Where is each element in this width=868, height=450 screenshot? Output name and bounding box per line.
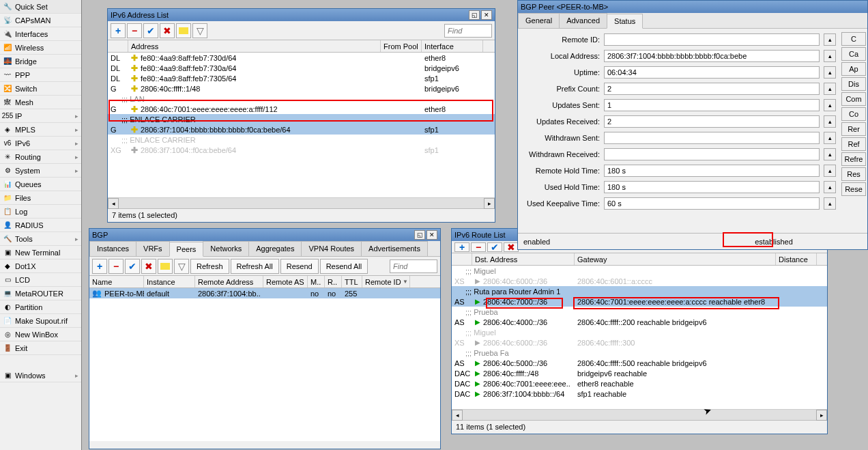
col-header[interactable]: Remote ID▼	[362, 276, 410, 287]
col-dst[interactable]: Dst. Address	[472, 253, 575, 265]
table-body[interactable]: 👥PEER-to-MB default 2806:3f7:1004:bb.. n…	[89, 288, 440, 441]
table-row[interactable]: DL✚fe80::4aa9:8aff:feb7:730d/64ether8	[108, 53, 495, 63]
field-value[interactable]: 2806:3f7:1004:bbbb:bbbb:bbbb:f0ca:bebe	[604, 50, 820, 62]
add-button[interactable]: +	[111, 23, 126, 38]
scroll-right[interactable]: ▸	[484, 198, 495, 209]
sidebar-item-capsman[interactable]: 📡CAPsMAN	[0, 14, 81, 27]
scroll-right[interactable]: ▸	[816, 410, 827, 421]
restore-button[interactable]: ◱	[469, 10, 480, 20]
col-frompool[interactable]: From Pool	[381, 40, 422, 52]
sidebar-item-radius[interactable]: 👤RADIUS	[0, 219, 81, 232]
tab-instances[interactable]: Instances	[89, 241, 136, 256]
side-button[interactable]: Dis	[841, 77, 866, 91]
close-button[interactable]: ✕	[426, 230, 437, 240]
table-row[interactable]: ;;; Miguel	[452, 327, 827, 337]
table-row[interactable]: DAC▶2806:3f7:1004:bbbb::/64sfp1 reachabl…	[452, 389, 827, 399]
sidebar-item-system[interactable]: ⚙System▸	[0, 164, 81, 178]
table-row[interactable]: AS▶2806:40c:7000::/362806:40c:7001:eeee:…	[452, 296, 827, 307]
col-interface[interactable]: Interface	[422, 40, 483, 52]
side-button[interactable]: Co	[841, 107, 866, 121]
tab-general[interactable]: General	[518, 13, 560, 28]
table-row[interactable]: XS▶2806:40c:6000::/362806:40c:ffff::300	[452, 337, 827, 348]
scrollbar-h[interactable]: ◂ ▸	[452, 409, 827, 420]
scroll-left[interactable]: ◂	[452, 410, 463, 421]
table-row[interactable]: ;;; Prueba	[452, 307, 827, 317]
titlebar[interactable]: BGP ◱ ✕	[89, 229, 440, 241]
col-header[interactable]: Remote Address	[195, 276, 263, 287]
col-header[interactable]: R..	[325, 276, 342, 287]
tab-advanced[interactable]: Advanced	[559, 13, 607, 28]
table-row[interactable]: ;;; Ruta para Router Admin 1	[452, 286, 827, 296]
tab-aggregates[interactable]: Aggregates	[248, 241, 302, 256]
sidebar-item-bridge[interactable]: 🌉Bridge	[0, 55, 81, 68]
sidebar-item-exit[interactable]: 🚪Exit	[0, 341, 81, 355]
comment-button[interactable]	[158, 259, 173, 274]
table-row[interactable]: G✚2806:40c:7001:eeee:eeee:eeee:a:ffff/11…	[108, 104, 495, 114]
refresh-all-button[interactable]: Refresh All	[231, 259, 279, 274]
disable-button[interactable]: ✖	[504, 242, 519, 252]
sidebar-item-make-supout.rif[interactable]: 📄Make Supout.rif	[0, 314, 81, 328]
close-button[interactable]: ✕	[481, 10, 492, 20]
titlebar[interactable]: BGP Peer <PEER-to-MB>	[518, 1, 867, 13]
find-input[interactable]	[390, 259, 437, 273]
col-gateway[interactable]: Gateway	[575, 253, 776, 265]
add-button[interactable]: +	[454, 242, 469, 252]
table-row[interactable]: AS▶2806:40c:4000::/362806:40c:ffff::200 …	[452, 317, 827, 327]
field-button[interactable]: ▴	[824, 99, 836, 111]
sidebar-item-partition[interactable]: ◐Partition	[0, 300, 81, 314]
field-value[interactable]	[604, 132, 820, 144]
table-body[interactable]: ;;; MiguelXS▶2806:40c:6000::/362806:40c:…	[452, 266, 827, 409]
table-row[interactable]: XS▶2806:40c:6000::/362806:40c:6001::a:cc…	[452, 276, 827, 286]
tab-peers[interactable]: Peers	[169, 242, 204, 257]
table-row[interactable]: DL✚fe80::4aa9:8aff:feb7:7305/64sfp1	[108, 73, 495, 83]
table-row[interactable]: ;;; Prueba Fa	[452, 348, 827, 358]
resend-all-button[interactable]: Resend All	[320, 259, 368, 274]
field-button[interactable]: ▴	[824, 181, 836, 193]
filter-button[interactable]: ▽	[192, 23, 207, 38]
col-header[interactable]: Remote AS	[263, 276, 308, 287]
side-button[interactable]: Res	[841, 167, 866, 181]
tab-vrfs[interactable]: VRFs	[136, 241, 170, 256]
enable-button[interactable]: ✔	[125, 259, 140, 274]
sidebar-item-files[interactable]: 📁Files	[0, 191, 81, 205]
col-header[interactable]: Name	[89, 276, 144, 287]
field-button[interactable]: ▴	[824, 132, 836, 144]
col-header[interactable]: TTL	[342, 276, 362, 287]
remove-button[interactable]: −	[108, 259, 124, 274]
scroll-left[interactable]: ◂	[108, 198, 119, 209]
sidebar-item-mpls[interactable]: ◈MPLS▸	[0, 123, 81, 137]
table-row[interactable]: DAC▶2806:40c:ffff::/48bridgeipv6 reachab…	[452, 368, 827, 378]
field-button[interactable]: ▴	[824, 83, 836, 95]
table-row[interactable]: 👥PEER-to-MB default 2806:3f7:1004:bb.. n…	[89, 288, 440, 298]
field-value[interactable]: 1	[604, 99, 820, 111]
find-input[interactable]	[444, 24, 492, 38]
tab-networks[interactable]: Networks	[203, 241, 249, 256]
table-row[interactable]: G✚2806:40c:ffff::1/48bridgeipv6	[108, 83, 495, 94]
table-row[interactable]: ;;; ENLACE CARRIER	[108, 114, 495, 124]
sidebar-item-ppp[interactable]: 〰PPP	[0, 68, 81, 82]
remove-button[interactable]: −	[471, 242, 486, 252]
field-value[interactable]	[604, 33, 820, 46]
field-value[interactable]: 180 s	[604, 181, 820, 193]
field-button[interactable]: ▴	[824, 115, 836, 128]
disable-button[interactable]: ✖	[141, 259, 156, 274]
comment-button[interactable]	[176, 23, 191, 38]
field-button[interactable]: ▴	[824, 148, 836, 160]
field-button[interactable]: ▴	[824, 50, 836, 62]
field-value[interactable]: 180 s	[604, 165, 820, 177]
field-value[interactable]: 2	[604, 115, 820, 128]
sidebar-item-queues[interactable]: 📊Queues	[0, 178, 81, 191]
col-header[interactable]: Instance	[144, 276, 195, 287]
side-button[interactable]: Ref	[841, 137, 866, 151]
table-row[interactable]: DL✚fe80::4aa9:8aff:feb7:730a/64bridgeipv…	[108, 63, 495, 73]
disable-button[interactable]: ✖	[160, 23, 175, 38]
table-row[interactable]: ;;; ENLACE CARRIER	[108, 135, 495, 145]
sidebar-item-ip[interactable]: 255IP▸	[0, 109, 81, 123]
side-button[interactable]: Rese	[841, 182, 866, 196]
sidebar-item-ipv6[interactable]: v6IPv6▸	[0, 137, 81, 150]
resend-button[interactable]: Resend	[280, 259, 319, 274]
sidebar-item-switch[interactable]: 🔀Switch	[0, 82, 81, 96]
side-button[interactable]: Ca	[841, 47, 866, 61]
side-button[interactable]: Com	[841, 92, 866, 106]
table-row[interactable]: DAC▶2806:40c:7001:eeee:eee..ether8 reach…	[452, 378, 827, 389]
